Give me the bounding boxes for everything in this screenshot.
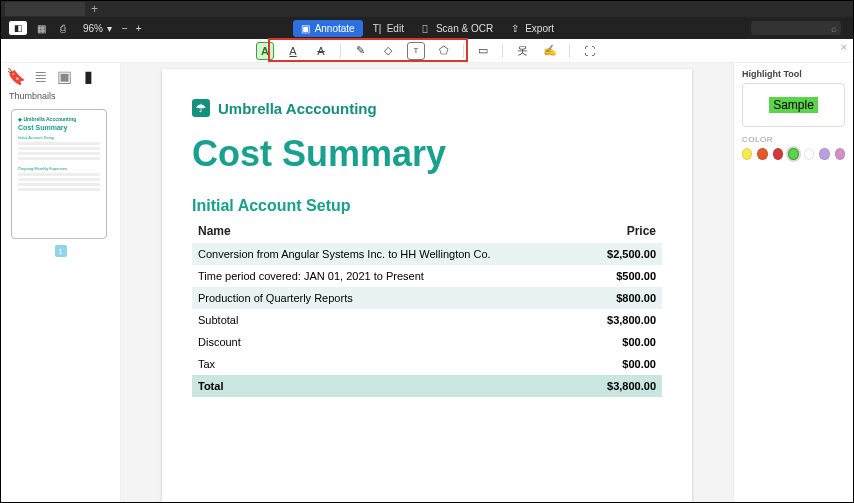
summary-total-row: Total$3,800.00: [192, 375, 662, 397]
mode-edit-label: Edit: [387, 23, 404, 34]
mode-annotate[interactable]: ▣ Annotate: [293, 20, 363, 37]
toolbar-save-icon[interactable]: ⎙: [55, 21, 71, 35]
shape-tool-button[interactable]: ⬠: [435, 42, 453, 60]
bookmarks-tab[interactable]: 🔖: [9, 69, 23, 83]
new-tab-button[interactable]: +: [91, 2, 98, 16]
outline-tab[interactable]: ≣: [33, 69, 47, 83]
mode-export[interactable]: ⇪ Export: [503, 20, 562, 37]
color-section-label: COLOR: [742, 135, 845, 144]
table-row: Production of Quarterly Reports$800.00: [192, 287, 662, 309]
color-swatch-orange[interactable]: [757, 148, 767, 160]
stamp-tool-button[interactable]: 옷: [513, 42, 531, 60]
eraser-tool-button[interactable]: ◇: [379, 42, 397, 60]
search-input[interactable]: ⌕: [751, 21, 841, 35]
summary-row: Tax$00.00: [192, 353, 662, 375]
window-tab[interactable]: [5, 2, 85, 16]
col-price: Price: [584, 219, 662, 243]
separator: [502, 44, 503, 58]
main-toolbar: ◧ ▦ ⎙ 96% ▾ − + ▣ Annotate T| Edit ⌷ Sca…: [1, 17, 853, 39]
crop-tool-button[interactable]: ⛶: [580, 42, 598, 60]
annotate-icon: ▣: [301, 23, 311, 33]
page-thumbnail-1[interactable]: ◆ Umbrella Acccounting Cost Summary Init…: [11, 109, 107, 239]
app-icon: ◧: [9, 21, 27, 35]
section-heading: Initial Account Setup: [192, 197, 662, 215]
summary-table: Subtotal$3,800.00 Discount$00.00 Tax$00.…: [192, 309, 662, 397]
color-swatch-pink[interactable]: [835, 148, 845, 160]
pen-tool-button[interactable]: ✎: [351, 42, 369, 60]
page-number-badge[interactable]: 1: [55, 245, 67, 257]
mode-scan-label: Scan & OCR: [436, 23, 493, 34]
color-swatch-white[interactable]: [804, 148, 814, 160]
separator: [340, 44, 341, 58]
document-viewport[interactable]: ☂ Umbrella Acccounting Cost Summary Init…: [121, 63, 733, 502]
zoom-control[interactable]: 96% ▾ − +: [83, 23, 142, 34]
textbox-tool-button[interactable]: T: [407, 42, 425, 60]
color-swatch-purple[interactable]: [819, 148, 829, 160]
attachments-tab[interactable]: ▣: [57, 69, 71, 83]
separator: [569, 44, 570, 58]
toolbar-grid-icon[interactable]: ▦: [33, 21, 49, 35]
thumbnails-label: Thumbnails: [1, 89, 120, 103]
cost-table: Name Price Conversion from Angular Syste…: [192, 219, 662, 309]
strikethrough-tool-button[interactable]: A: [312, 42, 330, 60]
separator: [463, 44, 464, 58]
left-sidebar: 🔖 ≣ ▣ ▮ Thumbnails ◆ Umbrella Acccountin…: [1, 63, 121, 502]
col-name: Name: [192, 219, 584, 243]
sample-text: Sample: [769, 97, 818, 113]
tool-panel-title: Highlight Tool: [742, 69, 845, 79]
underline-tool-button[interactable]: A: [284, 42, 302, 60]
chevron-down-icon: ▾: [107, 23, 112, 34]
mode-scan[interactable]: ⌷ Scan & OCR: [414, 20, 501, 37]
annotate-subtoolbar: A A A ✎ ◇ T ⬠ ▭ 옷 ✍ ⛶ ×: [1, 39, 853, 63]
comment-tool-button[interactable]: ▭: [474, 42, 492, 60]
mode-annotate-label: Annotate: [315, 23, 355, 34]
highlight-tool-button[interactable]: A: [256, 42, 274, 60]
signature-tool-button[interactable]: ✍: [541, 42, 559, 60]
color-swatches: [742, 148, 845, 160]
page-title: Cost Summary: [192, 133, 662, 175]
company-header: ☂ Umbrella Acccounting: [192, 99, 662, 117]
summary-row: Discount$00.00: [192, 331, 662, 353]
search-icon: ⌕: [831, 23, 837, 34]
document-page: ☂ Umbrella Acccounting Cost Summary Init…: [162, 69, 692, 502]
zoom-out-button[interactable]: −: [122, 23, 128, 34]
color-swatch-red[interactable]: [773, 148, 783, 160]
close-panel-button[interactable]: ×: [841, 41, 847, 53]
edit-icon: T|: [373, 23, 383, 33]
right-sidebar: Highlight Tool Sample COLOR: [733, 63, 853, 502]
export-icon: ⇪: [511, 23, 521, 33]
summary-row: Subtotal$3,800.00: [192, 309, 662, 331]
table-row: Conversion from Angular Systems Inc. to …: [192, 243, 662, 265]
color-swatch-green[interactable]: [788, 148, 798, 160]
umbrella-logo-icon: ☂: [192, 99, 210, 117]
company-name: Umbrella Acccounting: [218, 100, 377, 117]
thumbnails-tab[interactable]: ▮: [81, 69, 95, 83]
scan-icon: ⌷: [422, 23, 432, 33]
color-swatch-yellow[interactable]: [742, 148, 752, 160]
mode-export-label: Export: [525, 23, 554, 34]
zoom-value: 96%: [83, 23, 103, 34]
window-tabbar: +: [1, 1, 853, 17]
highlight-preview: Sample: [742, 83, 845, 127]
mode-edit[interactable]: T| Edit: [365, 20, 412, 37]
table-row: Time period covered: JAN 01, 2021 to Pre…: [192, 265, 662, 287]
content-area: 🔖 ≣ ▣ ▮ Thumbnails ◆ Umbrella Acccountin…: [1, 63, 853, 502]
